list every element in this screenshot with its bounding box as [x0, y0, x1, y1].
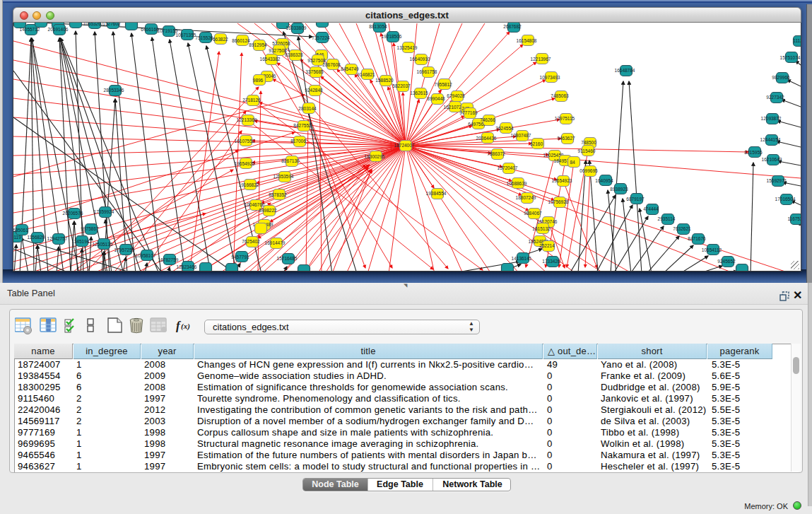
svg-text:15716485: 15716485: [277, 256, 298, 261]
svg-text:16210643: 16210643: [762, 157, 782, 162]
svg-text:10671355: 10671355: [176, 33, 196, 37]
svg-text:19166822: 19166822: [239, 182, 259, 187]
svg-text:7357224: 7357224: [312, 35, 330, 40]
svg-text:10719155: 10719155: [158, 28, 178, 33]
svg-text:9463627: 9463627: [557, 136, 575, 141]
svg-text:8660124: 8660124: [232, 38, 250, 43]
svg-text:17359924: 17359924: [94, 209, 114, 214]
svg-text:14136141: 14136141: [512, 256, 532, 261]
svg-text:9227342: 9227342: [766, 95, 784, 100]
svg-text:16648784: 16648784: [615, 68, 635, 73]
svg-text:6466160: 6466160: [141, 27, 159, 32]
svg-text:18724007: 18724007: [394, 143, 415, 148]
svg-text:15692971: 15692971: [767, 178, 787, 183]
svg-text:8267130: 8267130: [281, 158, 300, 163]
svg-text:6879197: 6879197: [626, 197, 645, 201]
svg-text:62160: 62160: [530, 141, 543, 146]
svg-text:8990448: 8990448: [427, 96, 445, 101]
svg-text:116753: 116753: [787, 216, 801, 221]
svg-text:8938923: 8938923: [610, 187, 628, 192]
svg-text:7632621: 7632621: [673, 226, 691, 231]
svg-text:2867608: 2867608: [322, 62, 341, 67]
svg-text:7955812: 7955812: [434, 82, 452, 87]
svg-text:1527602: 1527602: [102, 23, 121, 26]
svg-text:12942757: 12942757: [47, 236, 68, 241]
svg-text:3375685: 3375685: [305, 69, 324, 74]
svg-text:474444: 474444: [643, 206, 659, 211]
svg-text:8912954: 8912954: [249, 42, 267, 47]
svg-text:8427552: 8427552: [293, 123, 312, 128]
svg-text:16961758: 16961758: [417, 69, 437, 74]
svg-text:10654112: 10654112: [702, 247, 722, 252]
svg-text:12975115: 12975115: [555, 116, 575, 121]
svg-text:10653267: 10653267: [83, 23, 104, 26]
svg-text:15720407: 15720407: [498, 165, 518, 170]
svg-text:1362615: 1362615: [410, 90, 428, 95]
svg-text:9777169: 9777169: [459, 110, 478, 115]
svg-text:17957255: 17957255: [114, 247, 135, 252]
svg-text:6794028: 6794028: [447, 93, 465, 98]
svg-text:20206576: 20206576: [63, 211, 83, 216]
svg-text:1145194: 1145194: [72, 239, 90, 244]
svg-text:9327508: 9327508: [269, 48, 287, 53]
svg-text:9115460: 9115460: [578, 148, 596, 153]
svg-text:12213369: 12213369: [237, 117, 257, 122]
svg-text:8215955: 8215955: [744, 150, 763, 155]
svg-text:748500: 748500: [581, 140, 596, 145]
svg-text:14055712: 14055712: [20, 27, 40, 32]
svg-text:2718126: 2718126: [242, 98, 261, 103]
svg-text:252214: 252214: [539, 243, 555, 248]
svg-text:7663822: 7663822: [210, 37, 228, 42]
svg-text:10688639: 10688639: [507, 181, 527, 186]
svg-text:7485063: 7485063: [551, 93, 569, 98]
svg-text:16782759: 16782759: [158, 257, 179, 262]
svg-text:20364436: 20364436: [476, 136, 497, 141]
svg-text:9146821: 9146821: [357, 72, 375, 77]
svg-text:19756928: 19756928: [548, 199, 569, 204]
svg-text:2687682: 2687682: [503, 24, 522, 29]
svg-text:84: 84: [570, 160, 575, 165]
svg-text:12213967: 12213967: [531, 57, 551, 62]
svg-text:8498222: 8498222: [259, 208, 277, 213]
svg-text:18807249: 18807249: [516, 195, 536, 200]
svg-text:16640910: 16640910: [410, 57, 430, 62]
svg-text:16154808: 16154808: [517, 38, 537, 43]
svg-text:19384554: 19384554: [426, 191, 447, 196]
svg-text:746266: 746266: [480, 117, 495, 122]
svg-text:8813054: 8813054: [369, 24, 387, 29]
svg-text:13325419: 13325419: [397, 45, 418, 50]
svg-text:28053346: 28053346: [104, 88, 124, 93]
svg-text:17016504: 17016504: [775, 197, 796, 201]
svg-text:7886372: 7886372: [487, 151, 505, 156]
svg-text:15751074: 15751074: [780, 55, 801, 60]
svg-text:1615132: 1615132: [532, 226, 551, 231]
svg-text:18300295: 18300295: [365, 154, 385, 159]
svg-text:16914479: 16914479: [265, 240, 286, 245]
svg-text:1588520: 1588520: [375, 78, 394, 83]
svg-text:8471676: 8471676: [688, 236, 706, 241]
svg-text:16033809: 16033809: [286, 25, 307, 30]
svg-text:1733426: 1733426: [542, 259, 560, 264]
svg-text:9242848: 9242848: [305, 88, 323, 93]
svg-text:16543382: 16543382: [260, 57, 281, 62]
svg-text:0699695: 0699695: [579, 168, 598, 173]
svg-text:8454749: 8454749: [341, 66, 359, 71]
svg-text:12353594: 12353594: [273, 174, 294, 179]
svg-text:2803144: 2803144: [298, 106, 317, 111]
svg-text:(x): (x): [181, 322, 190, 331]
svg-text:10046766: 10046766: [245, 202, 265, 207]
svg-text:7625402: 7625402: [242, 239, 260, 244]
svg-text:8878352: 8878352: [269, 192, 287, 197]
svg-text:10807487: 10807487: [511, 133, 531, 138]
svg-text:10958107: 10958107: [136, 253, 156, 258]
svg-text:9884067: 9884067: [524, 211, 542, 216]
svg-text:8186328: 8186328: [285, 52, 303, 57]
svg-text:3624554: 3624554: [495, 126, 514, 131]
svg-text:9245652: 9245652: [717, 259, 736, 264]
svg-text:19654923: 19654923: [552, 178, 572, 183]
svg-text:9975867: 9975867: [81, 226, 99, 231]
svg-text:12444154: 12444154: [760, 137, 781, 142]
svg-text:9829966: 9829966: [772, 75, 790, 80]
svg-text:10973493: 10973493: [540, 75, 560, 80]
svg-text:19218506: 19218506: [382, 34, 402, 39]
